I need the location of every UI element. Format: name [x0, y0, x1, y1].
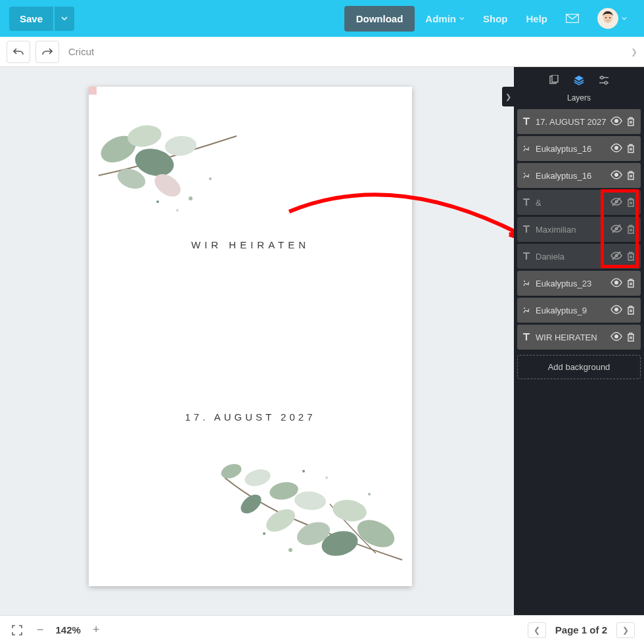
page-indicator: Page 1 of 2 — [555, 624, 607, 635]
svg-point-10 — [189, 196, 193, 200]
panel-collapse-button[interactable]: ❯ — [502, 87, 514, 106]
eucalyptus-top-image — [92, 113, 250, 218]
admin-menu[interactable]: Admin — [417, 8, 472, 30]
layer-row[interactable]: Eukalyptus_9 — [517, 298, 641, 323]
svg-point-52 — [528, 311, 529, 312]
svg-point-23 — [219, 461, 244, 481]
zoom-value[interactable]: 142% — [56, 624, 81, 635]
text-icon — [521, 224, 532, 235]
svg-point-3 — [609, 17, 610, 18]
workspace: WIR HEIRATEN 17. AUGUST 2027 — [0, 67, 644, 615]
download-button[interactable]: Download — [344, 6, 415, 32]
panel-title: Layers — [514, 89, 644, 109]
delete-layer-icon[interactable] — [626, 332, 637, 342]
svg-point-14 — [353, 515, 399, 553]
zoom-out-button[interactable]: − — [34, 623, 47, 637]
svg-point-34 — [605, 81, 607, 84]
shop-link[interactable]: Shop — [475, 8, 516, 30]
image-thumb-icon — [521, 143, 532, 154]
layer-row[interactable]: Eukalyptus_16 — [517, 163, 641, 188]
svg-point-40 — [528, 176, 529, 177]
layer-name: & — [536, 198, 607, 208]
svg-point-2 — [605, 17, 607, 18]
svg-point-22 — [237, 491, 265, 517]
prev-page-button[interactable]: ❮ — [528, 622, 546, 638]
annotation-highlight-box — [601, 189, 639, 268]
svg-point-27 — [368, 493, 371, 495]
canvas-area[interactable]: WIR HEIRATEN 17. AUGUST 2027 — [0, 67, 514, 615]
layer-row[interactable]: Eukalyptus_16 — [517, 136, 641, 161]
layer-row[interactable]: 17. AUGUST 2027 — [517, 109, 641, 134]
redo-button[interactable] — [35, 41, 59, 63]
layer-name: Maximilian — [536, 225, 607, 235]
avatar — [597, 8, 618, 29]
svg-point-13 — [176, 209, 179, 212]
visibility-toggle-icon[interactable] — [610, 278, 621, 288]
visibility-toggle-icon[interactable] — [610, 143, 621, 154]
tab-settings[interactable] — [599, 75, 609, 85]
mail-icon[interactable] — [558, 9, 587, 28]
zoom-in-button[interactable]: + — [90, 623, 103, 637]
svg-point-12 — [209, 177, 212, 180]
delete-layer-icon[interactable] — [626, 278, 637, 288]
svg-rect-30 — [552, 75, 558, 82]
visibility-toggle-icon[interactable] — [610, 170, 621, 181]
toolbar-expand-icon[interactable]: ❯ — [631, 47, 637, 57]
delete-layer-icon[interactable] — [626, 305, 637, 315]
svg-point-24 — [288, 548, 292, 552]
visibility-toggle-icon[interactable] — [610, 332, 621, 342]
toolbar: Cricut ❯ — [0, 37, 644, 67]
sliders-icon — [599, 75, 609, 85]
svg-point-21 — [243, 467, 273, 489]
next-page-button[interactable]: ❯ — [616, 622, 635, 638]
layer-name: Eukalyptus_9 — [536, 306, 607, 315]
delete-layer-icon[interactable] — [626, 116, 637, 127]
app-name-label: Cricut — [64, 46, 98, 57]
save-button[interactable]: Save — [9, 7, 53, 31]
layers-icon — [574, 75, 584, 85]
svg-point-20 — [262, 505, 299, 536]
layer-name: Eukalyptus_23 — [536, 279, 607, 288]
delete-layer-icon[interactable] — [626, 143, 637, 154]
text-icon — [521, 197, 532, 208]
visibility-toggle-icon[interactable] — [610, 116, 621, 127]
layers-panel: ❯ Layers 17. AUGUST 2027Eukalyptus_16Euk… — [514, 67, 644, 615]
admin-label: Admin — [425, 13, 456, 24]
visibility-toggle-icon[interactable] — [610, 305, 621, 315]
delete-layer-icon[interactable] — [626, 170, 637, 181]
tab-copy[interactable] — [549, 75, 559, 85]
image-thumb-icon — [521, 170, 532, 181]
svg-point-17 — [294, 490, 327, 511]
layer-name: Daniela — [536, 252, 607, 262]
design-page[interactable]: WIR HEIRATEN 17. AUGUST 2027 — [89, 87, 412, 586]
svg-point-49 — [528, 284, 529, 285]
undo-button[interactable] — [7, 41, 30, 63]
footer: − 142% + ❮ Page 1 of 2 ❯ — [0, 615, 644, 644]
layer-row[interactable]: WIR HEIRATEN — [517, 325, 641, 350]
svg-point-39 — [524, 173, 525, 174]
layer-name: WIR HEIRATEN — [536, 333, 607, 342]
tab-layers[interactable] — [574, 75, 584, 85]
heading-text[interactable]: WIR HEIRATEN — [89, 239, 412, 250]
svg-point-11 — [156, 200, 159, 203]
chevron-down-icon — [622, 16, 627, 21]
layer-name: 17. AUGUST 2027 — [536, 117, 607, 127]
add-background-button[interactable]: Add background — [517, 355, 641, 379]
user-avatar-menu[interactable] — [589, 3, 635, 34]
fullscreen-button[interactable] — [9, 625, 25, 635]
svg-point-36 — [524, 146, 525, 147]
text-icon — [521, 251, 532, 262]
svg-point-50 — [614, 281, 618, 285]
layer-row[interactable]: Eukalyptus_23 — [517, 271, 641, 296]
chevron-down-icon — [459, 16, 465, 21]
svg-point-25 — [263, 532, 265, 535]
help-link[interactable]: Help — [518, 8, 555, 30]
text-icon — [521, 116, 532, 127]
save-dropdown-button[interactable] — [55, 7, 74, 31]
date-text[interactable]: 17. AUGUST 2027 — [89, 411, 412, 423]
svg-point-26 — [325, 476, 328, 479]
image-thumb-icon — [521, 278, 532, 288]
svg-point-37 — [528, 149, 529, 150]
undo-icon — [13, 47, 24, 57]
svg-point-32 — [601, 76, 603, 79]
